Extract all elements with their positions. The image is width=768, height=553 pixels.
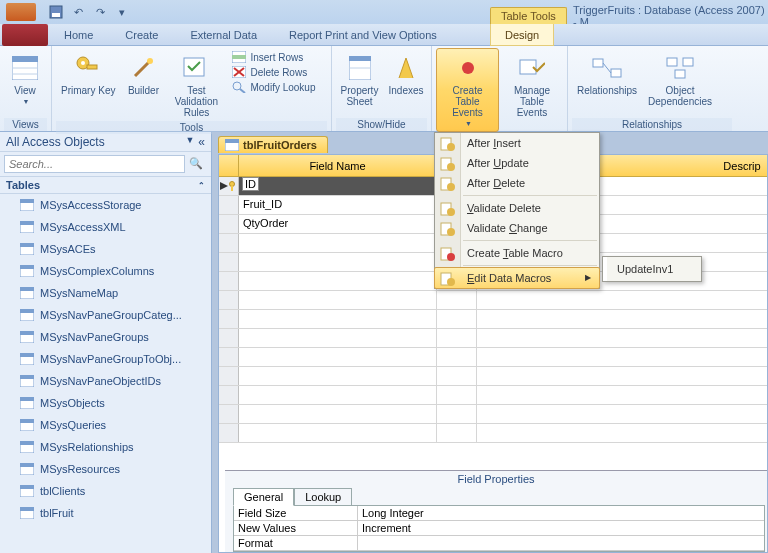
manage-table-events-button[interactable]: Manage Table Events	[501, 48, 563, 121]
nav-item[interactable]: MSysObjects	[0, 392, 211, 414]
nav-item[interactable]: MSysComplexColumns	[0, 260, 211, 282]
row-selector[interactable]	[219, 310, 239, 328]
row-selector[interactable]	[219, 234, 239, 252]
tab-home[interactable]: Home	[48, 24, 109, 46]
col-field-name[interactable]: Field Name	[239, 155, 437, 176]
row-selector[interactable]	[219, 367, 239, 385]
field-name-cell[interactable]	[239, 386, 437, 404]
builder-button[interactable]: Builder	[122, 48, 164, 99]
delete-rows-button[interactable]: Delete Rows	[228, 65, 319, 79]
data-type-cell[interactable]	[437, 405, 477, 423]
nav-dropdown-icon[interactable]: ▼	[185, 135, 194, 149]
nav-search-input[interactable]	[4, 155, 185, 173]
table-row[interactable]	[219, 310, 767, 329]
undo-icon[interactable]: ↶	[70, 4, 86, 20]
nav-collapse-icon[interactable]: «	[198, 135, 205, 149]
field-name-cell[interactable]	[239, 329, 437, 347]
property-row[interactable]: New ValuesIncrement	[234, 521, 764, 536]
row-selector[interactable]	[219, 405, 239, 423]
data-type-cell[interactable]	[437, 348, 477, 366]
table-row[interactable]	[219, 386, 767, 405]
field-name-cell[interactable]	[239, 291, 437, 309]
nav-item[interactable]: tblFruit	[0, 502, 211, 524]
row-selector[interactable]	[219, 348, 239, 366]
field-name-cell[interactable]	[239, 424, 437, 442]
nav-item[interactable]: MSysNavPaneGroupToObj...	[0, 348, 211, 370]
nav-header[interactable]: All Access Objects ▼ «	[0, 132, 211, 152]
nav-item[interactable]: tblClients	[0, 480, 211, 502]
row-selector[interactable]	[219, 272, 239, 290]
row-selector[interactable]	[219, 196, 239, 214]
table-row[interactable]	[219, 329, 767, 348]
tab-report-print-view[interactable]: Report Print and View Options	[273, 24, 453, 46]
menu-item[interactable]: Edit Data Macros▶	[434, 267, 600, 289]
field-name-cell[interactable]	[239, 348, 437, 366]
redo-icon[interactable]: ↷	[92, 4, 108, 20]
row-selector[interactable]	[219, 215, 239, 233]
row-selector[interactable]	[219, 291, 239, 309]
data-type-cell[interactable]	[437, 329, 477, 347]
field-name-cell[interactable]	[239, 272, 437, 290]
relationships-button[interactable]: Relationships	[572, 48, 642, 99]
nav-category-tables[interactable]: Tables ⌃	[0, 177, 211, 194]
field-name-cell[interactable]: Fruit_ID	[239, 196, 437, 214]
search-icon[interactable]: 🔍	[185, 155, 207, 173]
menu-item[interactable]: After Update	[435, 153, 599, 173]
test-validation-button[interactable]: Test Validation Rules	[166, 48, 226, 121]
tab-lookup[interactable]: Lookup	[294, 488, 352, 506]
submenu-item-updateinv1[interactable]: UpdateInv1	[605, 259, 699, 279]
table-row[interactable]	[219, 291, 767, 310]
property-row[interactable]: Field SizeLong Integer	[234, 506, 764, 521]
property-row[interactable]: Format	[234, 536, 764, 551]
field-name-cell[interactable]: QtyOrder	[239, 215, 437, 233]
property-sheet-button[interactable]: Property Sheet	[336, 48, 383, 110]
view-button[interactable]: View▼	[4, 48, 46, 110]
table-row[interactable]	[219, 348, 767, 367]
modify-lookup-button[interactable]: Modify Lookup	[228, 80, 319, 94]
table-row[interactable]	[219, 405, 767, 424]
primary-key-button[interactable]: Primary Key	[56, 48, 120, 99]
nav-item[interactable]: MSysNavPaneGroups	[0, 326, 211, 348]
nav-item[interactable]: MSysAccessStorage	[0, 194, 211, 216]
row-selector[interactable]	[219, 329, 239, 347]
field-name-cell[interactable]	[239, 253, 437, 271]
tab-external-data[interactable]: External Data	[174, 24, 273, 46]
qat-dropdown-icon[interactable]: ▾	[114, 4, 130, 20]
app-menu-button[interactable]	[6, 3, 36, 21]
table-row[interactable]	[219, 424, 767, 443]
data-type-cell[interactable]	[437, 386, 477, 404]
row-selector[interactable]	[219, 424, 239, 442]
nav-item[interactable]: MSysNavPaneGroupCateg...	[0, 304, 211, 326]
row-selector[interactable]	[219, 253, 239, 271]
tab-general[interactable]: General	[233, 488, 294, 506]
menu-item[interactable]: After Insert	[435, 133, 599, 153]
nav-item[interactable]: MSysNavPaneObjectIDs	[0, 370, 211, 392]
field-name-cell[interactable]: ID	[239, 177, 437, 195]
table-row[interactable]	[219, 367, 767, 386]
document-tab[interactable]: tblFruitOrders	[218, 136, 328, 153]
menu-item[interactable]: After Delete	[435, 173, 599, 193]
nav-item[interactable]: MSysResources	[0, 458, 211, 480]
file-tab[interactable]	[2, 24, 48, 46]
row-selector[interactable]	[219, 177, 239, 195]
field-name-cell[interactable]	[239, 310, 437, 328]
row-selector[interactable]	[219, 386, 239, 404]
field-name-cell[interactable]	[239, 405, 437, 423]
menu-item[interactable]: Validate Delete	[435, 198, 599, 218]
field-name-cell[interactable]	[239, 367, 437, 385]
insert-rows-button[interactable]: Insert Rows	[228, 50, 319, 64]
field-name-cell[interactable]	[239, 234, 437, 252]
menu-item[interactable]: Create Table Macro	[435, 243, 599, 263]
data-type-cell[interactable]	[437, 367, 477, 385]
nav-item[interactable]: MSysRelationships	[0, 436, 211, 458]
nav-item[interactable]: MSysACEs	[0, 238, 211, 260]
field-properties-grid[interactable]: Field SizeLong IntegerNew ValuesIncremen…	[233, 505, 765, 552]
indexes-button[interactable]: Indexes	[385, 48, 427, 99]
nav-item[interactable]: MSysNameMap	[0, 282, 211, 304]
nav-item[interactable]: MSysQueries	[0, 414, 211, 436]
object-dependencies-button[interactable]: Object Dependencies	[644, 48, 716, 110]
tab-create[interactable]: Create	[109, 24, 174, 46]
nav-item[interactable]: MSysAccessXML	[0, 216, 211, 238]
menu-item[interactable]: Validate Change	[435, 218, 599, 238]
data-type-cell[interactable]	[437, 291, 477, 309]
